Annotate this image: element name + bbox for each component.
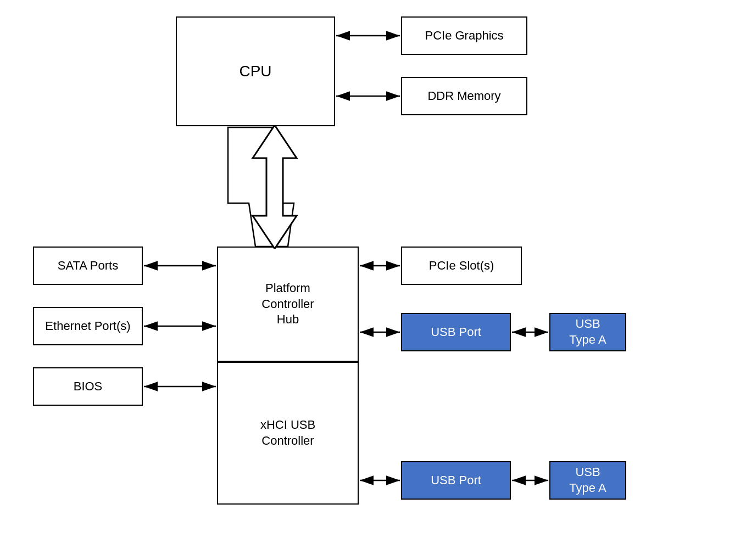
cpu-pch-bidirectional-arrow bbox=[228, 127, 294, 247]
pch-label: PlatformControllerHub bbox=[261, 281, 314, 328]
diagram-container: CPU PCIe Graphics DDR Memory PlatformCon… bbox=[0, 0, 746, 560]
usb-type-a-1-label: USBType A bbox=[569, 316, 606, 348]
pcie-slots-box: PCIe Slot(s) bbox=[401, 247, 522, 285]
bios-label: BIOS bbox=[74, 379, 103, 395]
xhci-box: xHCI USBController bbox=[217, 362, 359, 505]
bios-box: BIOS bbox=[33, 367, 143, 406]
cpu-pch-arrow-svg bbox=[247, 125, 302, 249]
ethernet-label: Ethernet Port(s) bbox=[45, 318, 130, 334]
usb-type-a-1-box: USBType A bbox=[549, 313, 626, 351]
pcie-graphics-label: PCIe Graphics bbox=[425, 28, 503, 44]
usb-port-2-box: USB Port bbox=[401, 461, 511, 500]
xhci-label: xHCI USBController bbox=[260, 417, 315, 449]
usb-port-2-label: USB Port bbox=[431, 473, 481, 489]
usb-type-a-2-label: USBType A bbox=[569, 464, 606, 496]
usb-type-a-2-box: USBType A bbox=[549, 461, 626, 500]
pch-box: PlatformControllerHub bbox=[217, 247, 359, 362]
ethernet-box: Ethernet Port(s) bbox=[33, 307, 143, 345]
pcie-slots-label: PCIe Slot(s) bbox=[429, 258, 494, 274]
sata-ports-box: SATA Ports bbox=[33, 247, 143, 285]
usb-port-1-box: USB Port bbox=[401, 313, 511, 351]
sata-ports-label: SATA Ports bbox=[58, 258, 118, 274]
cpu-box: CPU bbox=[176, 16, 335, 126]
pcie-graphics-box: PCIe Graphics bbox=[401, 16, 527, 55]
ddr-memory-label: DDR Memory bbox=[427, 88, 500, 104]
ddr-memory-box: DDR Memory bbox=[401, 77, 527, 115]
usb-port-1-label: USB Port bbox=[431, 324, 481, 340]
cpu-label: CPU bbox=[239, 61, 271, 81]
svg-marker-2 bbox=[253, 125, 297, 249]
